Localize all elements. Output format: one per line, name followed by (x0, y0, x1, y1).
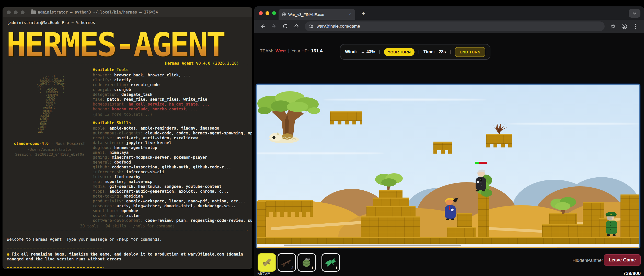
terrain-block (257, 201, 266, 238)
star-icon (610, 24, 616, 29)
skill-row: mlops: audiocraft-audio-generation, axol… (93, 189, 252, 194)
tab-search-button[interactable] (629, 9, 640, 18)
forward-button[interactable] (269, 21, 279, 31)
welcome-message: Welcome to Hermes Agent! Type your messa… (7, 237, 248, 242)
skills-header: Available Skills (93, 121, 252, 125)
platform-legs (330, 121, 362, 124)
player-name: HiddenPanther (572, 258, 603, 263)
browser-tab[interactable]: War_v3_FINALE.exe × (279, 9, 355, 20)
browser-titlebar: War_v3_FINALE.exe × + (254, 6, 644, 20)
hp-value: 131.4 (311, 48, 323, 54)
model-line: claude-opus-4.6 · Nous Research (11, 141, 89, 146)
terminal-window[interactable]: administrator — python3 ~/.local/bin/her… (3, 7, 252, 269)
weapon-count: 1 (311, 266, 313, 270)
chevron-down-icon (632, 12, 637, 15)
bookmark-button[interactable] (608, 21, 618, 31)
new-tab-button[interactable]: + (360, 10, 367, 17)
minimize-button[interactable] (266, 11, 269, 15)
agent-info-left: .. ,:. .. .:%#@t: ;#@%;.:;, ,%@@@@@%:%@@… (11, 67, 89, 223)
globe-favicon-icon (282, 12, 286, 17)
skill-row: smart-home: openhue (93, 209, 252, 213)
skill-row: dogfood: hermes-agent-setup (93, 145, 252, 150)
move-label: MOVE (257, 271, 270, 276)
bush-sprite (550, 195, 577, 214)
tool-row: honcho: honcho_conclude, honcho_context,… (93, 107, 252, 112)
address-bar[interactable]: warv3finale.com/game (305, 21, 605, 31)
game-canvas[interactable] (256, 84, 640, 248)
game-scrollbar-track[interactable] (257, 244, 639, 247)
character-bluesuit (443, 197, 459, 221)
task-text: Fix all remaining bugs, finalize the gam… (7, 252, 243, 261)
minimize-button[interactable] (14, 10, 18, 14)
weapon-count: 2 (291, 266, 293, 270)
back-button[interactable] (258, 21, 268, 31)
skill-row: software-development: code-review, plan,… (93, 218, 252, 223)
close-button[interactable] (7, 10, 11, 14)
browser-toolbar: warv3finale.com/game (254, 20, 644, 33)
skull-sprite (269, 132, 300, 144)
zoom-button[interactable] (272, 11, 276, 15)
folder-icon (31, 10, 36, 14)
skill-row: email: himalaya (93, 150, 252, 155)
platform-sprite (486, 134, 512, 144)
terminal-title-text: administrator — python3 ~/.local/bin/her… (38, 10, 158, 15)
separator (7, 267, 103, 268)
skill-row: note-taking: obsidian (93, 194, 252, 199)
move-value: 739/800 (623, 271, 641, 276)
zoom-button[interactable] (21, 10, 25, 14)
skill-row: autonomous-ai-agents: claude-code, codex… (93, 131, 252, 136)
leave-game-button[interactable]: Leave Game (604, 254, 641, 266)
statue-ascii-art: .. ,:. .. .:%#@t: ;#@%;.:;, ,%@@@@@%:%@@… (33, 75, 66, 134)
tool-row: cronjob: cronjob (93, 87, 252, 92)
team-label: TEAM: (260, 49, 273, 54)
close-button[interactable] (259, 11, 263, 15)
weapon-slot-grenade[interactable]: 1 (297, 253, 316, 272)
separator (7, 248, 103, 248)
menu-button[interactable] (631, 21, 640, 31)
forward-arrow-icon (271, 24, 277, 29)
agent-info-right: Available Tools browser: browser_back, b… (89, 67, 252, 223)
skill-row: inference-sh: inference-sh-cli (93, 170, 252, 175)
platform-sprite (330, 111, 362, 121)
small-tree-sprite (375, 173, 403, 191)
terrain-block (620, 194, 640, 238)
agent-info-box: Hermes Agent v0.4.0 (2026.3.18) .. ,:. .… (7, 64, 248, 231)
team-value: West (275, 49, 286, 54)
your-turn-badge: YOUR TURN (384, 48, 415, 56)
turn-status-group: Wind: → 43% | YOUR TURN | Time: 28s | EN… (340, 44, 490, 60)
weapon-slot-airstrike[interactable]: 1 (321, 253, 340, 272)
tools-skills-summary: 30 tools · 94 skills · /help for command… (7, 224, 248, 229)
agent-version-title: Hermes Agent v0.4.0 (2026.3.18) (163, 61, 241, 66)
game-page: TEAM: West | Your HP: 131.4 Wind: → 43% … (254, 33, 644, 276)
end-turn-button[interactable]: END TURN (455, 47, 486, 57)
terminal-titlebar: administrator — python3 ~/.local/bin/her… (3, 7, 252, 17)
terrain-block (373, 198, 409, 207)
tab-close-icon[interactable]: × (348, 12, 352, 17)
cloud-streak (256, 152, 384, 154)
skill-row: data-science: jupyter-live-kernel (93, 141, 252, 145)
platform-legs (486, 144, 512, 147)
weapon-slot-bazooka[interactable] (258, 253, 276, 272)
terrain-block (447, 227, 476, 238)
profile-button[interactable] (619, 21, 629, 31)
character-general (603, 210, 620, 236)
skill-row: leisure: find-nearby (93, 175, 252, 179)
site-settings-icon (309, 24, 314, 29)
skill-row: media: gif-search, heartmula, songsee, y… (93, 184, 252, 189)
wind-label: Wind: (345, 49, 357, 54)
terrain-pillar (478, 191, 489, 238)
bazooka-icon (261, 257, 273, 268)
terminal-body[interactable]: [administrator@MacBook-Pro ~ % hermes HE… (3, 17, 252, 269)
cwd-path: /Users/administrator (11, 147, 89, 152)
weapon-slot-rifle[interactable]: 2 (278, 253, 296, 272)
reload-button[interactable] (280, 21, 290, 31)
game-scrollbar-thumb[interactable] (284, 245, 461, 246)
platform-legs (433, 150, 452, 154)
session-id: Session: 20260323_044108_eb9f0a (11, 152, 89, 157)
tools-header: Available Tools (93, 67, 252, 72)
home-button[interactable] (292, 21, 301, 31)
dead-shrub-sprite (488, 122, 510, 135)
health-bar (475, 162, 487, 164)
model-org: · Nous Research (51, 141, 85, 146)
cloud-streak (507, 123, 640, 125)
